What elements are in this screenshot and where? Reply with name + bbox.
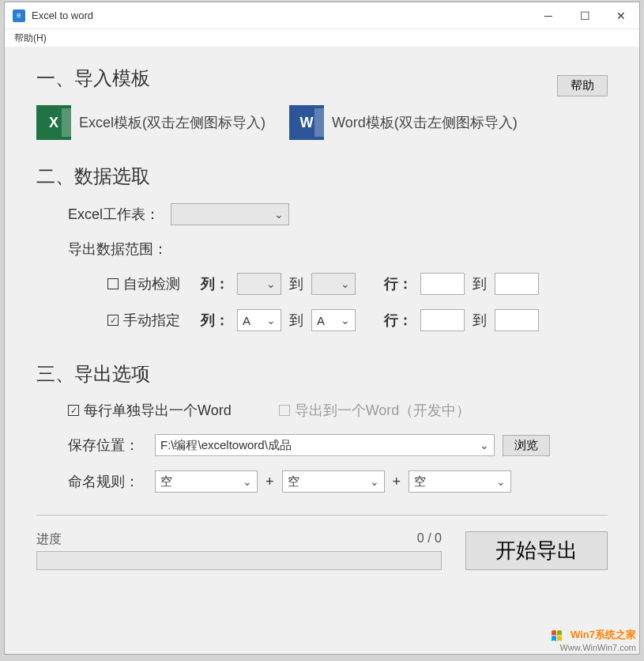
naming-combo-1[interactable]: 空: [155, 470, 258, 493]
menubar: 帮助(H): [5, 29, 639, 47]
progress-text: 0 / 0: [417, 531, 442, 548]
save-location-label: 保存位置：: [68, 436, 147, 455]
worksheet-label: Excel工作表：: [68, 205, 163, 224]
content-area: 一、导入模板 帮助 X Excel模板(双击左侧图标导入) W Word模板(双…: [5, 47, 639, 654]
per-row-checkbox[interactable]: ✓ 每行单独导出一个Word: [68, 401, 232, 420]
col-label-2: 列：: [201, 311, 229, 330]
manual-row-from-input[interactable]: [420, 309, 465, 331]
save-location-combo[interactable]: F:\编程\exceltoword\成品: [155, 434, 495, 456]
to-label-4: 到: [473, 311, 487, 330]
single-file-checkbox: 导出到一个Word（开发中）: [279, 401, 471, 420]
plus-label-2: +: [393, 474, 401, 490]
excel-template-label: Excel模板(双击左侧图标导入): [79, 113, 266, 132]
range-label: 导出数据范围：: [68, 240, 168, 259]
progress-bar: [36, 551, 442, 570]
auto-col-from-combo[interactable]: [237, 273, 281, 295]
manual-row-to-input[interactable]: [495, 309, 539, 331]
naming-label: 命名规则：: [68, 472, 147, 491]
manual-col-to-combo[interactable]: A: [311, 309, 356, 331]
divider: [36, 515, 608, 516]
titlebar: ≡ Excel to word ─ ☐ ✕: [5, 2, 639, 29]
app-window: ≡ Excel to word ─ ☐ ✕ 帮助(H) 一、导入模板 帮助 X …: [4, 2, 640, 655]
auto-row-to-input[interactable]: [495, 273, 539, 295]
row-label-2: 行：: [384, 311, 412, 330]
col-label: 列：: [201, 274, 229, 293]
checkbox-checked-icon: ✓: [107, 315, 119, 326]
close-button[interactable]: ✕: [603, 2, 639, 29]
auto-detect-checkbox[interactable]: 自动检测: [107, 274, 180, 293]
help-button[interactable]: 帮助: [557, 75, 608, 96]
to-label: 到: [289, 274, 303, 293]
menu-help[interactable]: 帮助(H): [9, 30, 51, 47]
browse-button[interactable]: 浏览: [503, 435, 550, 456]
section1-title: 一、导入模板: [36, 66, 150, 91]
progress-label: 进度: [36, 531, 62, 548]
window-title: Excel to word: [32, 9, 93, 21]
manual-label: 手动指定: [123, 311, 180, 330]
word-icon[interactable]: W: [289, 105, 324, 140]
maximize-button[interactable]: ☐: [567, 2, 603, 29]
row-label: 行：: [384, 274, 412, 293]
auto-col-to-combo[interactable]: [311, 273, 356, 295]
to-label-2: 到: [473, 274, 487, 293]
app-icon: ≡: [13, 9, 25, 22]
section3-title: 三、导出选项: [36, 361, 608, 387]
naming-combo-2[interactable]: 空: [282, 470, 385, 493]
auto-row-from-input[interactable]: [420, 273, 465, 295]
checkbox-empty-icon: [279, 405, 290, 416]
plus-label-1: +: [266, 474, 274, 490]
auto-detect-label: 自动检测: [123, 274, 180, 293]
minimize-button[interactable]: ─: [530, 2, 567, 29]
per-row-label: 每行单独导出一个Word: [84, 401, 232, 420]
single-file-label: 导出到一个Word（开发中）: [295, 401, 471, 420]
start-export-button[interactable]: 开始导出: [465, 531, 608, 570]
section2-title: 二、数据选取: [36, 164, 608, 189]
word-template-label: Word模板(双击左侧图标导入): [332, 113, 518, 132]
checkbox-checked-icon: ✓: [68, 405, 79, 416]
worksheet-combo[interactable]: [171, 203, 289, 225]
manual-checkbox[interactable]: ✓ 手动指定: [107, 311, 180, 330]
manual-col-from-combo[interactable]: A: [237, 309, 281, 331]
checkbox-empty-icon: [107, 278, 119, 289]
naming-combo-3[interactable]: 空: [409, 470, 511, 493]
to-label-3: 到: [289, 311, 303, 330]
excel-icon[interactable]: X: [36, 105, 71, 140]
